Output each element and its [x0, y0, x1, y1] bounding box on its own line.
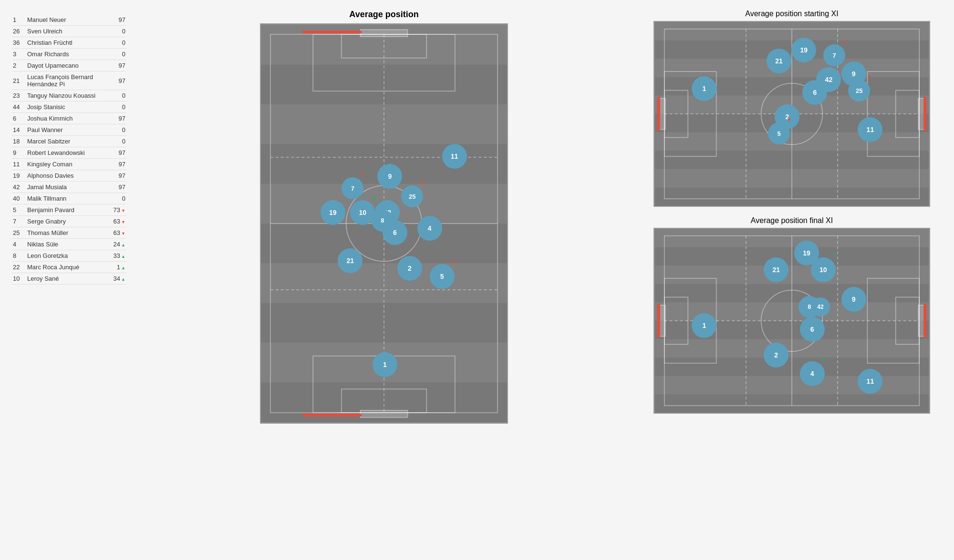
player-number: 14: [13, 126, 27, 133]
main-pitch: 1197▼25▼42810▲61942125▼1: [260, 23, 508, 424]
player-row: 5Benjamin Pavard73▼: [12, 204, 126, 216]
player-number: 2: [13, 62, 27, 69]
player-name: Marcel Sabitzer: [27, 138, 106, 145]
player-list: 1Manuel Neuer9726Sven Ulreich036Christia…: [10, 10, 129, 550]
player-number: 4: [13, 241, 27, 248]
player-dot-19: 19: [791, 38, 816, 62]
player-name: Lucas François Bernard Hernández Pi: [27, 73, 106, 88]
player-name: Jamal Musiala: [27, 183, 106, 191]
player-dot-4: 4▲: [800, 361, 825, 386]
player-minutes: 0: [106, 28, 125, 35]
player-name: Christian Früchtl: [27, 39, 106, 46]
svg-rect-19: [360, 410, 407, 417]
player-name: Leroy Sané: [27, 275, 106, 282]
player-row: 14Paul Wanner0: [12, 124, 126, 136]
player-number: 9: [13, 149, 27, 156]
player-name: Alphonso Davies: [27, 172, 106, 179]
player-number: 21: [13, 77, 27, 84]
player-row: 18Marcel Sabitzer0: [12, 136, 126, 147]
arrow-down-indicator: ▼: [420, 180, 425, 185]
player-number: 40: [13, 195, 27, 202]
arrow-down-indicator: ▼: [842, 39, 847, 44]
player-name: Joshua Kimmich: [27, 115, 106, 122]
player-number: 10: [13, 275, 27, 282]
player-dot-7: 7▼: [823, 44, 845, 66]
player-dot-6: 6: [802, 80, 827, 105]
player-name: Sven Ulreich: [27, 28, 106, 35]
player-number: 8: [13, 252, 27, 259]
arrow-up-icon: ▲: [121, 265, 125, 270]
player-number: 5: [13, 206, 27, 214]
player-dot-4: 4: [417, 216, 442, 241]
player-minutes: 97: [106, 115, 125, 122]
player-number: 7: [13, 218, 27, 225]
arrow-up-indicator: ▲: [372, 194, 377, 200]
player-row: 8Leon Goretzka33▲: [12, 250, 126, 262]
player-minutes: 0: [106, 92, 125, 99]
arrow-up-indicator: ▲: [832, 252, 838, 257]
player-name: Paul Wanner: [27, 126, 106, 133]
starting-xi-title: Average position starting XI: [745, 10, 838, 18]
player-dot-7: 7▼: [342, 177, 363, 199]
player-dot-11: 11: [442, 144, 467, 169]
player-name: Thomas Müller: [27, 229, 106, 236]
arrow-down-icon: ▼: [121, 231, 125, 236]
player-number: 22: [13, 264, 27, 271]
player-row: 2Dayot Upamecano97: [12, 60, 126, 71]
player-name: Niklas Süle: [27, 241, 106, 248]
player-name: Serge Gnabry: [27, 218, 106, 225]
main-content: Average position 1197▼25▼42810▲61942125▼…: [134, 10, 634, 550]
player-dot-5: 5▼: [768, 122, 790, 144]
player-name: Dayot Upamecano: [27, 62, 106, 69]
player-number: 11: [13, 161, 27, 168]
player-dot-9: 9: [377, 164, 402, 189]
player-minutes: 0: [106, 51, 125, 58]
player-dot-2: 2: [397, 256, 422, 281]
right-panels: Average position starting XI 197▼2194262…: [639, 10, 944, 550]
player-minutes: 33▲: [106, 252, 125, 259]
player-dot-19: 19: [321, 200, 345, 225]
arrow-down-icon: ▼: [121, 220, 125, 224]
player-dot-21: 21: [764, 257, 788, 282]
player-minutes: 34▲: [106, 275, 125, 282]
player-dot-11: 11: [858, 117, 882, 142]
player-minutes: 97: [106, 161, 125, 168]
player-row: 10Leroy Sané34▲: [12, 273, 126, 285]
player-row: 42Jamal Musiala97: [12, 182, 126, 193]
player-dot-6: 6: [383, 220, 407, 245]
player-minutes: 0: [106, 103, 125, 111]
player-row: 9Robert Lewandowski97: [12, 147, 126, 159]
final-xi-pitch: 192110▲98426124▲11: [653, 228, 930, 414]
arrow-down-indicator: ▼: [867, 74, 872, 80]
player-row: 25Thomas Müller63▼: [12, 227, 126, 239]
player-row: 23Tanguy Nianzou Kouassi0: [12, 90, 126, 102]
player-row: 19Alphonso Davies97: [12, 170, 126, 182]
player-row: 44Josip Stanisic0: [12, 102, 126, 113]
player-minutes: 97: [106, 16, 125, 23]
player-name: Manuel Neuer: [27, 16, 106, 23]
arrow-down-indicator: ▼: [787, 117, 792, 122]
player-number: 36: [13, 39, 27, 46]
arrow-up-icon: ▲: [121, 254, 125, 259]
arrow-up-indicator: ▲: [821, 356, 827, 361]
player-dot-9: 9: [841, 287, 866, 312]
main-title: Average position: [349, 10, 418, 20]
player-dot-25: 25▼: [848, 80, 870, 102]
player-row: 26Sven Ulreich0: [12, 26, 126, 37]
player-row: 1Manuel Neuer97: [12, 14, 126, 26]
player-minutes: 63▼: [106, 229, 125, 236]
player-minutes: 97: [106, 149, 125, 156]
player-row: 6Joshua Kimmich97: [12, 113, 126, 124]
player-dot-11: 11: [858, 369, 882, 394]
final-xi-panel: Average position final XI 192110▲9842612…: [639, 216, 944, 414]
player-number: 44: [13, 103, 27, 111]
player-dot-42: 42: [811, 297, 830, 316]
player-name: Kingsley Coman: [27, 161, 106, 168]
player-minutes: 97: [106, 183, 125, 191]
player-minutes: 97: [106, 62, 125, 69]
player-minutes: 0: [106, 138, 125, 145]
player-minutes: 63▼: [106, 218, 125, 225]
player-row: 11Kingsley Coman97: [12, 159, 126, 170]
player-number: 23: [13, 92, 27, 99]
arrow-down-indicator: ▼: [361, 172, 366, 177]
